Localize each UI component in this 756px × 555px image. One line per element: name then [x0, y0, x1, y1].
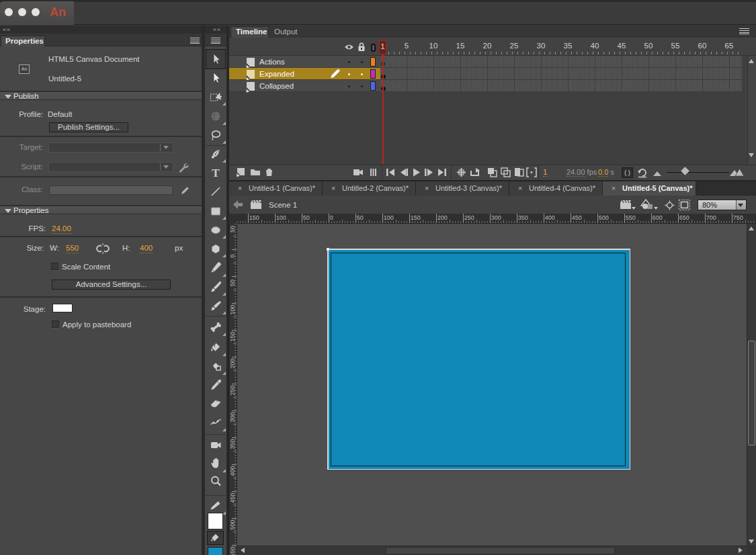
svg-text:T: T [212, 167, 220, 179]
